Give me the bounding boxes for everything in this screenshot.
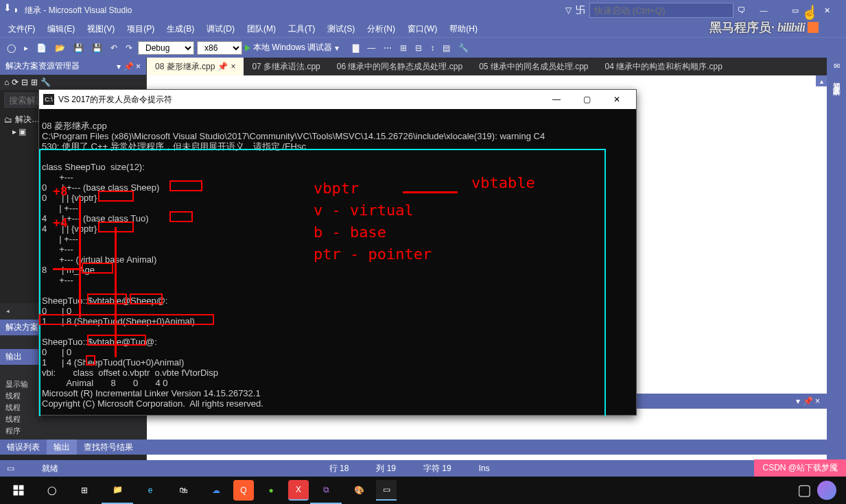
undo-icon[interactable]: ↶	[108, 42, 120, 54]
menu-build[interactable]: 生成(B)	[161, 22, 200, 36]
statusbar: ▭ 就绪 行 18 列 19 字符 19 Ins ↑ 添加到源代码管理 ▴	[0, 460, 846, 477]
collapse-icon[interactable]: ⊟	[21, 77, 28, 87]
pin-icon[interactable]: 📌	[218, 62, 228, 71]
menu-edit[interactable]: 编辑(E)	[42, 22, 80, 36]
qq-icon[interactable]: Q	[233, 480, 254, 501]
titlebar: 继承 - Microsoft Visual Studio ▽ 卐 🗨 — ▭ ✕	[0, 0, 846, 21]
taskview-icon[interactable]: ⊞	[69, 477, 100, 504]
video-watermark: 黑马程序员· bilibili	[709, 19, 819, 36]
console-max-button[interactable]: ▢	[572, 90, 602, 109]
bilibili-tv-icon[interactable]: ▢	[797, 481, 812, 499]
menu-test[interactable]: 测试(S)	[322, 22, 360, 36]
console-body[interactable]: 08 菱形继承.cpp C:\Program Files (x86)\Micro…	[39, 109, 636, 416]
status-line: 行 18	[329, 463, 349, 475]
nav-back-icon[interactable]: ◯	[4, 42, 19, 54]
tab-07[interactable]: 07 多继承语法.cpp	[244, 58, 328, 75]
showall-icon[interactable]: ⊞	[31, 77, 38, 87]
menu-project[interactable]: 项目(P)	[121, 22, 160, 36]
console-close-button[interactable]: ✕	[602, 90, 632, 109]
ann-v: v - virtual	[314, 205, 414, 215]
menu-window[interactable]: 窗口(W)	[402, 22, 443, 36]
xmind-icon[interactable]: X	[288, 480, 309, 501]
feedback-icon[interactable]: 卐	[576, 4, 585, 16]
run-button[interactable]: 本地 Windows 调试器 ▾	[245, 42, 339, 53]
notifications-icon[interactable]: 🗨	[738, 5, 746, 15]
svg-rect-2	[14, 491, 19, 496]
tab-errorlist[interactable]: 错误列表	[0, 440, 47, 455]
quick-launch-input[interactable]	[589, 3, 733, 18]
cmd-taskbar-icon[interactable]: ▭	[376, 480, 397, 501]
avatar-icon[interactable]	[817, 481, 836, 500]
home-icon[interactable]: ⌂	[4, 77, 9, 87]
tab-findsymbol[interactable]: 查找符号结果	[77, 440, 140, 455]
menu-view[interactable]: 视图(V)	[82, 22, 120, 36]
props-icon[interactable]: 🔧	[40, 77, 51, 87]
tab-04[interactable]: 04 继承中的构造和析构顺序.cpp	[597, 58, 731, 75]
tb-icon-6[interactable]: ↕	[427, 42, 437, 54]
menu-analyze[interactable]: 分析(N)	[362, 22, 401, 36]
status-char: 字符 19	[423, 463, 451, 475]
menu-debug[interactable]: 调试(D)	[201, 22, 240, 36]
cortana-icon[interactable]: ◯	[36, 477, 67, 504]
run-label: 本地 Windows 调试器	[253, 42, 332, 53]
save-icon[interactable]: 💾	[71, 42, 86, 54]
green-app-icon[interactable]: ●	[255, 477, 287, 504]
open-icon[interactable]: 📂	[52, 42, 68, 54]
tb-icon-8[interactable]: 🔧	[456, 42, 471, 54]
tab-08[interactable]: 08 菱形继承.cpp📌×	[147, 58, 244, 75]
explorer-icon[interactable]: 📁	[102, 477, 133, 504]
store-icon[interactable]: 🛍	[167, 477, 199, 504]
cloud-icon[interactable]: ☁	[200, 477, 232, 504]
platform-combo[interactable]: x86	[197, 41, 242, 55]
redo-icon[interactable]: ↷	[123, 42, 135, 54]
tab-06[interactable]: 06 继承中的同名静态成员处理.cpp	[329, 58, 471, 75]
new-item-icon[interactable]: 📄	[34, 42, 49, 54]
main-toolbar: ◯ ▸ 📄 📂 💾 💾 ↶ ↷ Debug x86 本地 Windows 调试器…	[0, 37, 846, 58]
nav-fwd-icon[interactable]: ▸	[21, 42, 31, 54]
svg-rect-3	[19, 491, 24, 496]
cmd-icon: C:\	[43, 94, 54, 105]
taskbar: ◯ ⊞ 📁 e 🛍 ☁ Q ● X ⧉ 🎨 ▭ ▢	[0, 477, 846, 504]
pin-icon[interactable]: ▾ 📌	[117, 62, 133, 71]
config-combo[interactable]: Debug	[138, 41, 194, 55]
console-titlebar[interactable]: C:\ VS 2017的开发人员命令提示符 — ▢ ✕	[39, 90, 636, 109]
tb-icon-7[interactable]: ▤	[440, 42, 453, 54]
edge-icon[interactable]: e	[134, 477, 166, 504]
menu-help[interactable]: 帮助(H)	[444, 22, 483, 36]
tb-icon-5[interactable]: ⊟	[412, 42, 425, 54]
solution-explorer-title: 解决方案资源管理器	[5, 60, 80, 72]
notify-icon[interactable]: ✉	[834, 62, 840, 71]
tb-icon-4[interactable]: ⊞	[397, 42, 410, 54]
orange-square-icon	[808, 22, 819, 33]
ann-b: b - base	[314, 227, 386, 237]
console-min-button[interactable]: —	[541, 90, 572, 109]
tab-05[interactable]: 05 继承中的同名成员处理.cpp	[471, 58, 596, 75]
ann-vbtable: vbtable	[471, 178, 535, 188]
download-hint-icon: ⬇	[0, 0, 15, 15]
tb-icon-1[interactable]: ▇	[350, 42, 362, 54]
tree-root: 解决…	[15, 114, 40, 125]
tb-icon-3[interactable]: ⋯	[381, 42, 395, 54]
tab-output[interactable]: 输出	[47, 440, 77, 455]
editor-tabstrip: 08 菱形继承.cpp📌× 07 多继承语法.cpp 06 继承中的同名静态成员…	[147, 58, 827, 75]
menu-file[interactable]: 文件(F)	[3, 22, 40, 36]
paint-icon[interactable]: 🎨	[343, 477, 375, 504]
save-all-icon[interactable]: 💾	[89, 42, 105, 54]
window-title: 继承 - Microsoft Visual Studio	[25, 5, 132, 16]
start-button[interactable]	[3, 477, 34, 504]
menu-tools[interactable]: 工具(T)	[283, 22, 320, 36]
status-indicator-icon: ▭	[7, 464, 14, 473]
close-icon[interactable]: ×	[231, 62, 235, 71]
minimize-button[interactable]: —	[750, 1, 777, 20]
box-tuo	[169, 211, 193, 222]
ann-arrow-line	[403, 191, 458, 193]
vs-taskbar-icon[interactable]: ⧉	[310, 477, 342, 504]
tb-icon-2[interactable]: —	[364, 42, 378, 54]
refresh-icon[interactable]: ⟳	[12, 77, 19, 87]
right-tool-strip: ✉ 通知 诊断工具	[827, 58, 846, 465]
scroll-up-icon[interactable]: ▴	[816, 75, 827, 86]
panel-close-icon[interactable]: ×	[136, 62, 141, 71]
flag-icon[interactable]: ▽	[565, 5, 572, 15]
menu-team[interactable]: 团队(M)	[242, 22, 281, 36]
status-ins: Ins	[479, 464, 490, 473]
